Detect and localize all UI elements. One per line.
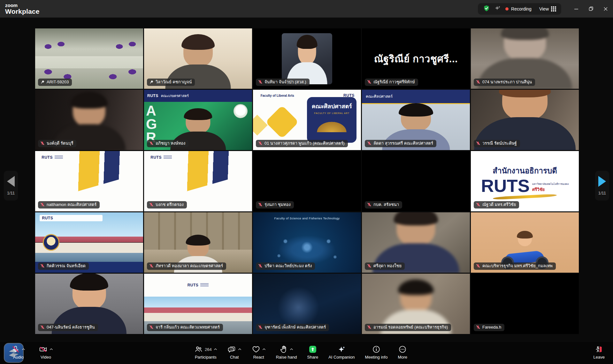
participant-tile[interactable]: วรรณี รัตน์ประดิษฐ์ <box>471 90 579 150</box>
muted-mic-icon <box>476 202 480 207</box>
participant-tile[interactable]: 074 นางพรประภา ปานสีนุ่น <box>471 28 579 89</box>
ai-sparkle-icon[interactable] <box>494 5 501 13</box>
slide-title: Faculty of Science and Fisheries Technol… <box>253 216 361 220</box>
participant-nameplate: วรรณี รัตน์ประดิษฐ์ <box>474 140 520 147</box>
muted-mic-icon <box>258 325 263 330</box>
participants-label: Participants <box>195 355 217 360</box>
participants-button[interactable]: 264 Participants <box>192 342 220 364</box>
participant-tile-active-speaker[interactable]: วิลาวัณย์ คชกาญจน์ <box>144 28 252 89</box>
ai-companion-button[interactable]: AI Companion <box>326 342 357 364</box>
video-button[interactable]: Video <box>36 342 56 364</box>
participant-tile[interactable]: กบค. สรัลชนา <box>362 151 470 211</box>
participant-tile[interactable]: สำนักงานอธิการบดี RUTS มหาวิทยาลัยเทคโนโ… <box>471 151 579 211</box>
audio-menu-caret[interactable] <box>22 348 25 351</box>
participant-name: วรรณี รัตน์ประดิษฐ์ <box>482 141 517 146</box>
leave-button[interactable]: Leave <box>591 342 607 364</box>
muted-mic-icon <box>40 141 45 146</box>
participants-menu-caret[interactable] <box>214 348 217 351</box>
leave-icon <box>594 345 603 353</box>
participant-name: 01 นางสาวศุภรดา พูนแก้ว (คณะศิลปศาสตร์) <box>264 141 345 146</box>
muted-mic-icon <box>476 325 480 330</box>
participant-tile[interactable]: Fareeda.h <box>471 274 579 334</box>
participant-tile[interactable]: คณะบริหารธุรกิจ มทร.ศรีวิชัย_กมลเทพ <box>471 212 579 273</box>
react-menu-caret[interactable] <box>262 348 266 351</box>
participant-nameplate: นงค์ฤดี รัตนบุรี <box>38 140 76 147</box>
brand-line2: Workplace <box>5 8 40 15</box>
university-name: มหาวิทยาลัยเทคโนโลยีราชมงคล <box>532 182 569 186</box>
participant-nameplate: วิลาวัณย์ คชกาญจน์ <box>147 79 195 86</box>
participant-tile[interactable]: ศรีสุดา ทองใชย <box>362 212 470 273</box>
participant-name: 074 นางพรประภา ปานสีนุ่น <box>482 80 532 85</box>
participant-nameplate: รุ่งนภา ชุมทอง <box>256 201 294 209</box>
previous-page-button[interactable]: 1/11 <box>4 171 18 201</box>
video-menu-caret[interactable] <box>50 348 53 351</box>
muted-camera-icon <box>39 345 48 353</box>
participant-tile[interactable]: RUTSคณะเกษตรศาสตร์ AGR อภิชญา หงษ์ทอง <box>144 90 252 150</box>
meeting-info-button[interactable]: Meeting info <box>363 342 390 364</box>
chat-menu-caret[interactable] <box>238 348 241 351</box>
raise-hand-button[interactable]: Raise hand <box>273 342 300 364</box>
ai-companion-label: AI Companion <box>328 355 355 360</box>
raise-hand-menu-caret[interactable] <box>290 348 293 351</box>
participant-name: จารี กลิ่นแก้ว คณะสัตวแพทยศาสตร์ <box>156 325 220 330</box>
participant-nameplate: ปรีดา คณะวิทย์ประมง ตรัง <box>256 262 315 270</box>
more-label: More <box>398 355 407 360</box>
audio-label: Audio <box>13 355 24 360</box>
participant-tile[interactable]: รุ่งนภา ชุมทอง <box>253 151 361 211</box>
participant-tile[interactable]: RUTS บงกช ตรึกตรอง <box>144 151 252 211</box>
muted-mic-icon <box>40 325 45 330</box>
participant-tile[interactable]: นงค์ฤดี รัตนบุรี <box>35 90 143 150</box>
participant-tile[interactable]: RUTS จารี กลิ่นแก้ว คณะสัตวแพทยศาสตร์ <box>144 274 252 334</box>
zoom-workplace-logo: zoom Workplace <box>5 3 40 15</box>
share-button[interactable]: Share <box>304 342 321 364</box>
participant-tile[interactable]: คณะศิลปศาสตร์ ลัดดา สุวรรณศรี คณะศิลปศาส… <box>362 90 470 150</box>
participant-tile[interactable]: อารมณ์ รอดลอยทรัพย์ (คณะบริหารธุรกิจ) <box>362 274 470 334</box>
minimize-button[interactable] <box>569 0 584 18</box>
more-icon <box>398 345 407 353</box>
participant-tile[interactable]: ภัทราวดี ทองมาลา คณะเกษตรศาสตร์ <box>144 212 252 273</box>
participant-nameplate: บงกช ตรึกตรอง <box>147 201 187 209</box>
heart-icon <box>252 345 260 353</box>
raise-hand-icon <box>280 345 288 353</box>
participant-nameplate: natthamon คณะศิลปศาสตร์ <box>38 201 100 209</box>
participant-name: อารมณ์ รอดลอยทรัพย์ (คณะบริหารธุรกิจ) <box>373 325 448 330</box>
muted-mic-icon <box>149 325 154 330</box>
chat-button[interactable]: Chat <box>225 342 244 364</box>
meeting-status-pill: Recording View <box>478 3 561 15</box>
muted-mic-icon <box>149 141 154 146</box>
participant-nameplate: ณัฐริณีย์ กาวชูศรีพิทักษ์ <box>365 79 418 86</box>
agr-graphic-text: AGR <box>146 104 159 144</box>
next-page-button[interactable]: 1/11 <box>595 171 609 201</box>
recording-indicator[interactable]: Recording <box>505 6 532 11</box>
faculty-banner: RUTSคณะเกษตรศาสตร์ <box>144 90 252 102</box>
participant-tile[interactable]: ARIT-59203 <box>35 28 143 89</box>
participant-tile[interactable]: Faculty of Liberal Arts RUTS คณะศิลปศาสต… <box>253 90 361 150</box>
participant-tile[interactable]: 047-นลินรัตน์ คลังธารชูสิน <box>35 274 143 334</box>
view-button[interactable]: View <box>539 6 556 11</box>
react-button[interactable]: React <box>249 342 268 364</box>
participant-tile[interactable]: ณัฐริณีย์ กาวชูศรี... ณัฐริณีย์ กาวชูศรี… <box>362 28 470 89</box>
more-button[interactable]: More <box>395 342 410 364</box>
slide-content: สำนักงานอธิการบดี RUTS มหาวิทยาลัยเทคโนโ… <box>481 164 569 198</box>
security-shield-icon[interactable] <box>483 5 490 13</box>
participant-tile[interactable]: จันทิมา จันจำปา (สวส.) <box>253 28 361 89</box>
participant-name: ARIT-59203 <box>47 80 69 85</box>
chat-label: Chat <box>230 355 239 360</box>
participant-tile[interactable]: RUTS กิตติวรรณ จันทร์เอียด <box>35 212 143 273</box>
participant-nameplate: จุฑารัตน์ เพ็งลักษ์ คณะศิลปศาสตร์ <box>256 324 329 331</box>
muted-mic-icon <box>367 325 372 330</box>
slide-title-th: สำนักงานอธิการบดี <box>493 164 557 177</box>
slide-diamond-graphic <box>265 105 299 139</box>
participant-nameplate: อารมณ์ รอดลอยทรัพย์ (คณะบริหารธุรกิจ) <box>365 324 451 331</box>
title-bar: zoom Workplace Recording View <box>0 0 613 18</box>
participant-nameplate: ศรีสุดา ทองใชย <box>365 262 405 270</box>
restore-button[interactable] <box>584 0 598 18</box>
participant-tile[interactable]: RUTS natthamon คณะศิลปศาสตร์ <box>35 151 143 211</box>
slide-title-th: คณะศิลปศาสตร์ <box>312 102 352 111</box>
participant-tile[interactable]: Faculty of Science and Fisheries Technol… <box>253 212 361 273</box>
audio-button[interactable]: Audio <box>9 342 28 364</box>
muted-mic-icon <box>11 345 20 353</box>
close-button[interactable] <box>598 0 613 18</box>
participant-nameplate: กบค. สรัลชนา <box>365 201 402 209</box>
participant-tile[interactable]: จุฑารัตน์ เพ็งลักษ์ คณะศิลปศาสตร์ <box>253 274 361 334</box>
